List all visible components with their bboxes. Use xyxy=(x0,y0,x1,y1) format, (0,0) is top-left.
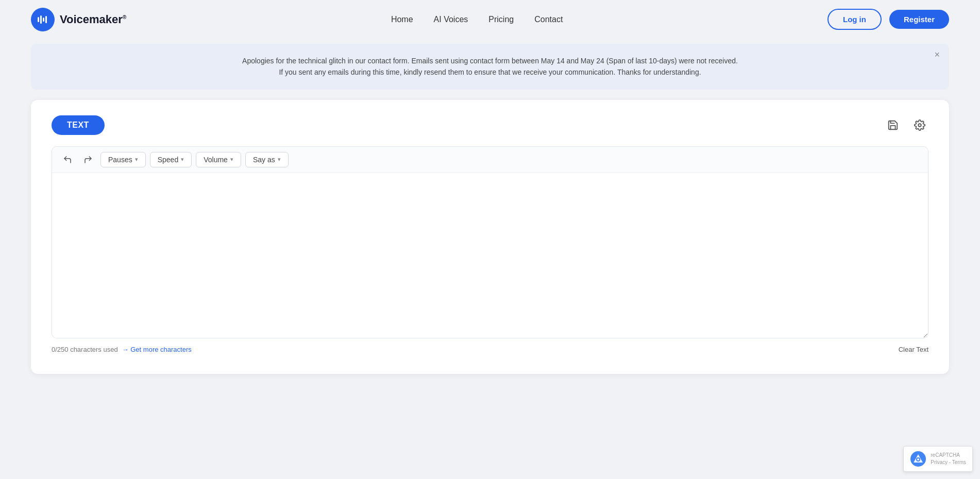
char-count-text: 0/250 characters used xyxy=(52,346,118,353)
recaptcha-logo-icon xyxy=(910,451,926,467)
get-more-characters-link[interactable]: → Get more characters xyxy=(122,346,192,353)
redo-button[interactable] xyxy=(80,152,96,167)
pauses-chevron-icon: ▾ xyxy=(135,156,138,163)
main-editor-card: TEXT xyxy=(31,100,949,374)
svg-rect-3 xyxy=(45,16,47,23)
volume-dropdown[interactable]: Volume ▾ xyxy=(196,152,241,167)
logo-icon xyxy=(31,8,55,31)
say-as-chevron-icon: ▾ xyxy=(278,156,281,163)
clear-text-button[interactable]: Clear Text xyxy=(899,346,928,353)
speed-dropdown[interactable]: Speed ▾ xyxy=(150,152,192,167)
nav-links: Home AI Voices Pricing Contact xyxy=(391,15,563,24)
brand-name: Voicemaker® xyxy=(60,13,126,26)
banner-line2: If you sent any emails during this time,… xyxy=(57,66,923,78)
nav-ai-voices[interactable]: AI Voices xyxy=(434,15,468,24)
svg-rect-1 xyxy=(40,15,42,24)
brand-logo[interactable]: Voicemaker® xyxy=(31,8,126,31)
nav-pricing[interactable]: Pricing xyxy=(488,15,514,24)
card-header: TEXT xyxy=(52,115,928,135)
svg-point-7 xyxy=(917,458,919,460)
char-count-area: 0/250 characters used → Get more charact… xyxy=(52,346,192,353)
svg-rect-2 xyxy=(43,18,44,22)
undo-button[interactable] xyxy=(59,152,76,167)
text-input[interactable] xyxy=(52,173,928,338)
card-tools xyxy=(884,116,928,134)
editor-footer: 0/250 characters used → Get more charact… xyxy=(52,346,928,353)
volume-chevron-icon: ▾ xyxy=(230,156,233,163)
banner-close-button[interactable]: × xyxy=(934,50,940,59)
nav-actions: Log in Register xyxy=(827,9,949,30)
editor-container: Pauses ▾ Speed ▾ Volume ▾ Say as ▾ xyxy=(52,146,928,338)
svg-rect-0 xyxy=(38,17,39,22)
speed-chevron-icon: ▾ xyxy=(181,156,184,163)
recaptcha-badge: reCAPTCHA Privacy - Terms xyxy=(903,446,973,472)
recaptcha-text: reCAPTCHA Privacy - Terms xyxy=(931,452,966,466)
svg-point-4 xyxy=(918,124,921,127)
save-button[interactable] xyxy=(884,116,902,134)
text-tab-button[interactable]: TEXT xyxy=(52,115,105,135)
nav-contact[interactable]: Contact xyxy=(534,15,563,24)
register-button[interactable]: Register xyxy=(889,10,949,29)
notification-banner: Apologies for the technical glitch in ou… xyxy=(31,44,949,90)
pauses-dropdown[interactable]: Pauses ▾ xyxy=(100,152,146,167)
login-button[interactable]: Log in xyxy=(827,9,882,30)
settings-button[interactable] xyxy=(911,116,928,134)
nav-home[interactable]: Home xyxy=(391,15,413,24)
say-as-dropdown[interactable]: Say as ▾ xyxy=(245,152,289,167)
banner-line1: Apologies for the technical glitch in ou… xyxy=(57,55,923,66)
navbar: Voicemaker® Home AI Voices Pricing Conta… xyxy=(0,0,980,39)
editor-toolbar: Pauses ▾ Speed ▾ Volume ▾ Say as ▾ xyxy=(52,147,928,173)
